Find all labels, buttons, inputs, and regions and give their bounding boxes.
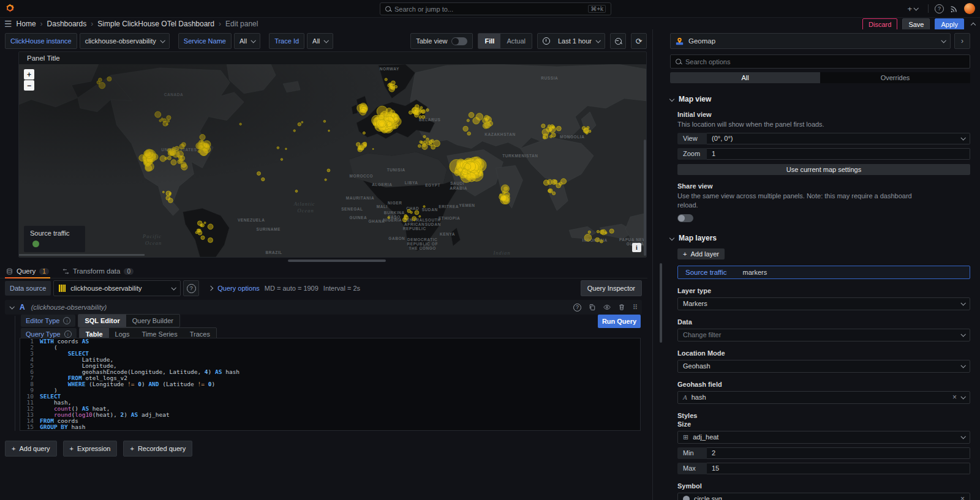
chevron-down-icon (960, 434, 965, 439)
min-input[interactable]: 2 (707, 447, 970, 459)
map-zoom-out-button[interactable]: − (24, 80, 34, 91)
query-row-header[interactable]: A (clickhouse-observability) ? ⠿ (5, 300, 642, 315)
editor-type-query-builder[interactable]: Query Builder (126, 315, 179, 327)
actual-button[interactable]: Actual (500, 34, 532, 48)
info-icon[interactable]: i (64, 330, 72, 338)
editor-type-sql-editor[interactable]: SQL Editor (78, 315, 126, 327)
panel-view-controls: Table view Fill Actual Last 1 hour ⟳ (410, 33, 647, 49)
map-info-button[interactable]: i (632, 243, 641, 252)
recorded-query-button[interactable]: +Recorded query (123, 441, 192, 457)
options-tab-all[interactable]: All (670, 72, 820, 83)
section-map-layers[interactable]: Map layers (670, 234, 970, 242)
trash-icon[interactable] (618, 304, 625, 311)
run-query-button[interactable]: Run Query (598, 315, 641, 328)
chevron-down-icon (160, 38, 165, 43)
tab-query[interactable]: Query 1 (5, 267, 50, 278)
panel-resize-handle[interactable] (288, 259, 386, 262)
help-icon[interactable]: ? (935, 4, 944, 13)
svg-text:EGYPT: EGYPT (425, 183, 440, 187)
breadcrumb-item-home[interactable]: Home (17, 20, 36, 28)
add-query-button[interactable]: +Add query (5, 441, 57, 457)
svg-text:NIGERIA: NIGERIA (383, 218, 402, 222)
fill-button[interactable]: Fill (478, 34, 500, 48)
drag-handle-icon[interactable]: ⠿ (633, 304, 637, 312)
sql-token: (Longitude (85, 381, 127, 387)
user-avatar[interactable] (964, 3, 975, 14)
query-options-link[interactable]: Query options (217, 285, 259, 292)
breadcrumb-separator: › (91, 20, 93, 28)
tab-transform-data[interactable]: Transform data 0 (61, 267, 135, 278)
sql-token: ) (124, 412, 130, 418)
visualization-header: Geomap › (670, 33, 970, 49)
section-map-view[interactable]: Map view (670, 95, 970, 103)
data-select[interactable]: Change filter (677, 329, 970, 341)
layer-type-select[interactable]: Markers (677, 297, 970, 310)
use-current-map-settings-button[interactable]: Use current map settings (677, 164, 970, 175)
max-input[interactable]: 15 (707, 463, 970, 474)
geohash-field-select[interactable]: A hash × (677, 391, 970, 404)
add-layer-button[interactable]: + Add layer (677, 248, 725, 259)
expression-button[interactable]: +Expression (63, 441, 118, 457)
visualization-picker[interactable]: Geomap (670, 33, 951, 49)
share-view-toggle[interactable] (677, 214, 693, 222)
sql-token: coords (54, 338, 82, 345)
layer-row-source-traffic[interactable]: Source traffic markers (677, 266, 970, 279)
news-rss-icon[interactable] (950, 5, 958, 13)
global-search-input[interactable]: Search or jump to... ⌘+k (380, 2, 611, 15)
view-select[interactable]: (0°, 0°) (707, 133, 970, 144)
table-view-switch[interactable] (451, 37, 467, 45)
options-scrollbar[interactable] (660, 263, 662, 343)
options-search[interactable]: Search options (670, 54, 970, 69)
time-range-picker[interactable]: Last 1 hour (537, 33, 605, 49)
chevron-down-icon (960, 300, 965, 305)
breadcrumb-item-simple-clickhouse-otel-dashboard[interactable]: Simple ClickHouse OTel Dashboard (97, 20, 214, 28)
datasource-label: Data source (5, 281, 51, 296)
svg-text:SURINAME: SURINAME (257, 227, 281, 231)
grafana-logo[interactable] (4, 3, 15, 14)
info-icon[interactable]: i (63, 317, 70, 324)
zoom-input[interactable]: 1 (707, 148, 970, 160)
button-label: Add query (19, 445, 50, 452)
breadcrumb-item-dashboards[interactable]: Dashboards (47, 20, 87, 28)
sql-line: 13 round(log10(heat), 2) AS adj_heat (20, 412, 640, 418)
geomap-canvas[interactable]: RUSSIACANADAUNITED STATESVENEZUELASURINA… (19, 64, 646, 257)
svg-text:SUDAN: SUDAN (425, 222, 441, 226)
options-tab-overrides[interactable]: Overrides (820, 72, 970, 83)
refresh-button[interactable]: ⟳ (631, 33, 647, 49)
filter-value-service-name[interactable]: All (234, 33, 260, 49)
size-field-select[interactable]: ⊞ adj_heat (677, 431, 970, 444)
nav-right-actions: + ? (903, 0, 975, 17)
query-inspector-button[interactable]: Query Inspector (581, 280, 642, 296)
table-view-toggle[interactable]: Table view (410, 33, 473, 49)
datasource-help-button[interactable]: ? (183, 280, 199, 296)
sql-editor[interactable]: 1WITH coords AS2 (3 SELECT4 Latitude,5 L… (20, 338, 641, 431)
sql-token: AS (215, 369, 222, 375)
zoom-value: 1 (712, 150, 965, 157)
panel-header[interactable]: Panel Title (19, 52, 646, 64)
eye-icon[interactable] (603, 304, 611, 311)
location-mode-select[interactable]: Geohash (677, 360, 970, 373)
add-new-button[interactable]: + (907, 4, 918, 13)
collapse-options-button[interactable]: › (954, 33, 970, 49)
view-label: View (677, 133, 707, 144)
tab-query-label: Query (17, 267, 36, 275)
clear-icon[interactable]: × (960, 494, 965, 500)
query-footer-actions: +Add query+Expression+Recorded query (5, 441, 192, 457)
symbol-select[interactable]: circle.svg × (677, 493, 970, 500)
filter-value-clickhouse-instance[interactable]: clickhouse-observability (80, 33, 170, 49)
filter-value-trace-id[interactable]: All (307, 33, 333, 49)
collapse-up-icon[interactable] (971, 22, 976, 27)
main-scrollbar[interactable] (644, 140, 646, 256)
clear-icon[interactable]: × (952, 393, 957, 401)
max-value: 15 (712, 465, 965, 472)
zoom-out-time-button[interactable] (610, 33, 626, 49)
table-view-label: Table view (416, 37, 447, 45)
datasource-picker[interactable]: clickhouse-observability (53, 280, 181, 296)
collapse-query-icon[interactable] (9, 304, 14, 309)
menu-hamburger-icon[interactable]: ☰ (4, 19, 12, 29)
button-label: Expression (77, 445, 110, 452)
query-help-icon[interactable]: ? (573, 304, 581, 312)
duplicate-icon[interactable] (589, 304, 596, 311)
sql-token: WHERE (68, 381, 86, 387)
map-zoom-in-button[interactable]: + (24, 69, 34, 80)
